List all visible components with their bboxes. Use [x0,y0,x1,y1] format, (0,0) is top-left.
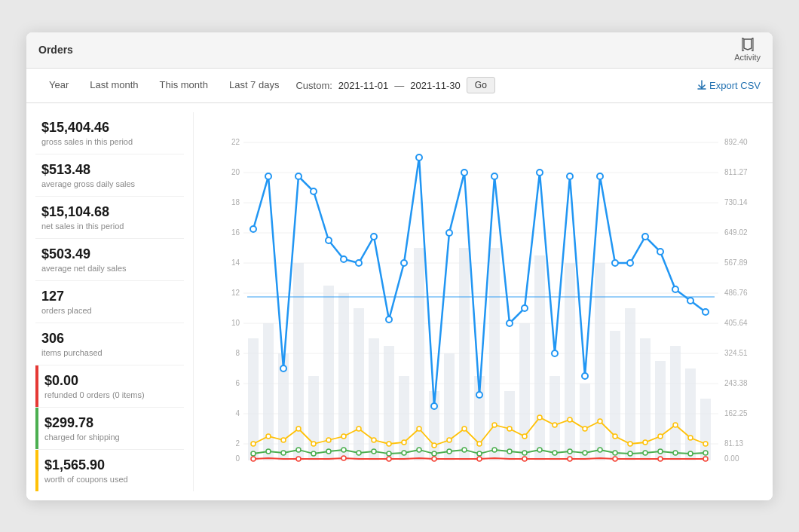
svg-point-145 [492,448,497,452]
chart-svg: 22 20 18 16 14 12 10 8 6 4 2 0 892.40 81… [206,112,764,482]
svg-point-137 [372,449,376,454]
svg-point-93 [642,234,648,240]
svg-point-121 [598,419,602,423]
svg-point-111 [447,438,452,442]
svg-point-143 [462,448,467,452]
svg-point-110 [432,443,436,448]
svg-text:567.89: 567.89 [724,258,748,267]
svg-point-169 [658,457,663,461]
svg-point-144 [477,451,482,456]
svg-text:18: 18 [231,198,240,206]
stat-avg-net: $503.49 average net daily sales [35,239,184,281]
svg-point-89 [582,373,588,379]
toolbar: Year Last month This month Last 7 days C… [26,69,773,103]
svg-point-91 [612,260,618,266]
stat-bar-red [35,365,38,407]
stat-label: charged for shipping [44,433,178,442]
svg-point-102 [311,442,316,446]
svg-point-136 [357,451,361,455]
svg-text:22: 22 [231,138,240,146]
svg-text:162.25: 162.25 [724,409,748,417]
svg-text:649.02: 649.02 [724,228,748,237]
stat-value: $503.49 [41,246,178,262]
svg-point-75 [371,234,377,240]
svg-text:2: 2 [235,439,240,448]
stat-label: gross sales in this period [41,137,178,146]
svg-point-109 [417,427,421,431]
svg-point-73 [341,256,347,262]
stat-label: items purchased [41,348,178,357]
svg-point-71 [311,188,317,194]
tab-last-month[interactable]: Last month [79,69,148,103]
activity-button[interactable]: Activity [734,38,761,62]
svg-point-135 [341,448,346,452]
svg-rect-56 [565,263,575,460]
stat-coupons: $1,565.90 worth of coupons used [35,450,184,491]
svg-rect-42 [354,308,364,460]
svg-point-113 [477,442,482,446]
svg-point-100 [281,438,286,442]
tab-last-7-days[interactable]: Last 7 days [219,69,290,103]
svg-point-95 [672,286,678,292]
svg-text:243.38: 243.38 [724,379,748,387]
chart-area: 22 20 18 16 14 12 10 8 6 4 2 0 892.40 81… [194,112,764,491]
svg-point-86 [537,170,543,176]
svg-text:405.64: 405.64 [724,319,748,327]
tab-year[interactable]: Year [38,69,79,103]
svg-point-68 [265,173,271,179]
svg-point-117 [537,415,542,420]
svg-text:892.40: 892.40 [724,138,748,146]
svg-point-118 [553,423,557,427]
chart-container: 22 20 18 16 14 12 10 8 6 4 2 0 892.40 81… [206,112,764,482]
tab-this-month[interactable]: This month [149,69,219,103]
svg-point-69 [280,365,286,371]
svg-rect-54 [534,255,545,460]
stat-value: 306 [41,331,178,347]
export-label: Export CSV [709,80,761,91]
stat-value: $0.00 [44,373,178,389]
svg-point-67 [250,226,256,232]
svg-point-163 [387,457,391,461]
svg-rect-60 [625,308,635,460]
svg-point-168 [613,457,617,461]
stat-value: 127 [41,289,178,304]
svg-text:20: 20 [231,168,240,176]
svg-point-70 [295,173,302,179]
svg-rect-53 [519,323,530,460]
svg-point-103 [326,438,331,442]
svg-rect-59 [610,331,620,460]
page-title: Orders [38,44,73,56]
svg-rect-55 [550,376,560,460]
svg-point-125 [658,434,663,439]
svg-point-78 [416,154,422,161]
export-csv-button[interactable]: Export CSV [697,80,761,91]
svg-point-94 [657,249,663,255]
go-button[interactable]: Go [467,77,495,93]
stat-value: $513.48 [41,162,178,178]
custom-range: Custom: 2021-11-01 — 2021-11-30 Go [295,77,494,93]
svg-point-120 [583,427,587,431]
svg-point-106 [372,438,376,442]
svg-point-161 [296,457,301,461]
stat-shipping: $299.78 charged for shipping [35,408,184,450]
svg-point-87 [552,350,558,356]
svg-point-88 [567,173,573,179]
svg-point-123 [628,442,632,446]
svg-point-124 [643,440,647,445]
stat-net-sales: $15,104.68 net sales in this period [35,197,184,239]
svg-rect-58 [595,263,605,460]
svg-point-138 [387,451,391,456]
svg-point-153 [613,451,617,455]
stat-value: $299.78 [44,415,178,431]
svg-point-131 [281,451,286,455]
svg-point-149 [553,451,557,455]
svg-point-84 [507,320,513,326]
svg-text:8: 8 [235,349,240,357]
orders-window: Orders Activity Year Last month This mon… [26,32,773,500]
stat-refunded: $0.00 refunded 0 orders (0 items) [35,365,184,408]
date-from: 2021-11-01 [338,80,389,91]
svg-point-158 [688,451,693,456]
svg-point-76 [386,316,392,323]
svg-point-157 [673,451,678,455]
svg-point-130 [266,449,271,454]
